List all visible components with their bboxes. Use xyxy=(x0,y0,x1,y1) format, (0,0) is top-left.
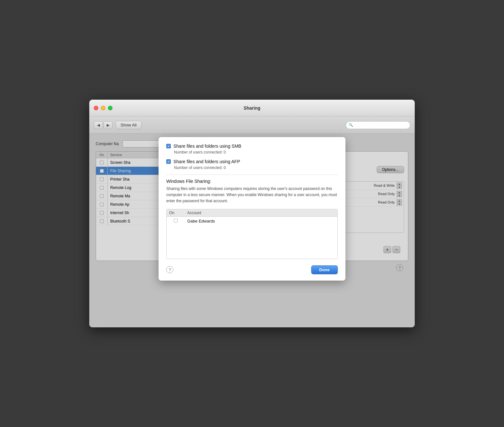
window-title: Sharing xyxy=(244,105,260,111)
popup-afp-label: Share files and folders using AFP xyxy=(173,159,240,164)
titlebar: Sharing xyxy=(89,100,415,116)
popup-overlay: Share files and folders using SMB Number… xyxy=(89,134,415,327)
main-window: Sharing ◀ ▶ Show All 🔍 Computer Na Edit.… xyxy=(89,100,415,327)
popup-dialog: Share files and folders using SMB Number… xyxy=(159,137,345,281)
checkbox-gabe[interactable] xyxy=(174,219,178,223)
popup-divider xyxy=(166,174,338,175)
popup-windows-desc: Sharing files with some Windows computer… xyxy=(166,186,338,204)
popup-table-header-on: On xyxy=(169,211,182,215)
popup-smb-label: Share files and folders using SMB xyxy=(173,144,241,149)
popup-table-name-gabe: Gabe Edwards xyxy=(187,219,215,223)
show-all-button[interactable]: Show All xyxy=(116,121,141,129)
close-button[interactable] xyxy=(94,106,98,110)
popup-table-header-account: Account xyxy=(187,211,201,215)
minimize-button[interactable] xyxy=(101,106,105,110)
popup-afp-row: Share files and folders using AFP xyxy=(166,159,338,164)
forward-button[interactable]: ▶ xyxy=(103,121,112,129)
popup-windows-title: Windows File Sharing: xyxy=(166,179,338,184)
popup-table-checkbox-gabe[interactable] xyxy=(169,219,182,223)
popup-table-header: On Account xyxy=(167,209,337,217)
done-button[interactable]: Done xyxy=(311,265,338,274)
popup-footer: ? Done xyxy=(166,265,338,274)
maximize-button[interactable] xyxy=(108,106,112,110)
popup-smb-row: Share files and folders using SMB xyxy=(166,144,338,149)
popup-help-button[interactable]: ? xyxy=(166,266,173,273)
popup-afp-count: Number of users connected: 0 xyxy=(174,165,338,170)
toolbar: ◀ ▶ Show All 🔍 xyxy=(89,116,415,134)
search-icon: 🔍 xyxy=(349,123,353,127)
traffic-lights xyxy=(94,106,112,110)
back-button[interactable]: ◀ xyxy=(94,121,103,129)
popup-table: On Account Gabe Edwards xyxy=(166,209,338,259)
checkbox-afp[interactable] xyxy=(166,159,171,164)
popup-smb-count: Number of users connected: 0 xyxy=(174,150,338,154)
nav-buttons: ◀ ▶ xyxy=(94,121,112,129)
popup-table-row-gabe: Gabe Edwards xyxy=(167,217,337,259)
search-box: 🔍 xyxy=(346,121,410,129)
search-input[interactable] xyxy=(355,123,407,127)
main-content: Computer Na Edit... On Service Screen Sh… xyxy=(89,134,415,327)
checkbox-smb[interactable] xyxy=(166,144,171,148)
